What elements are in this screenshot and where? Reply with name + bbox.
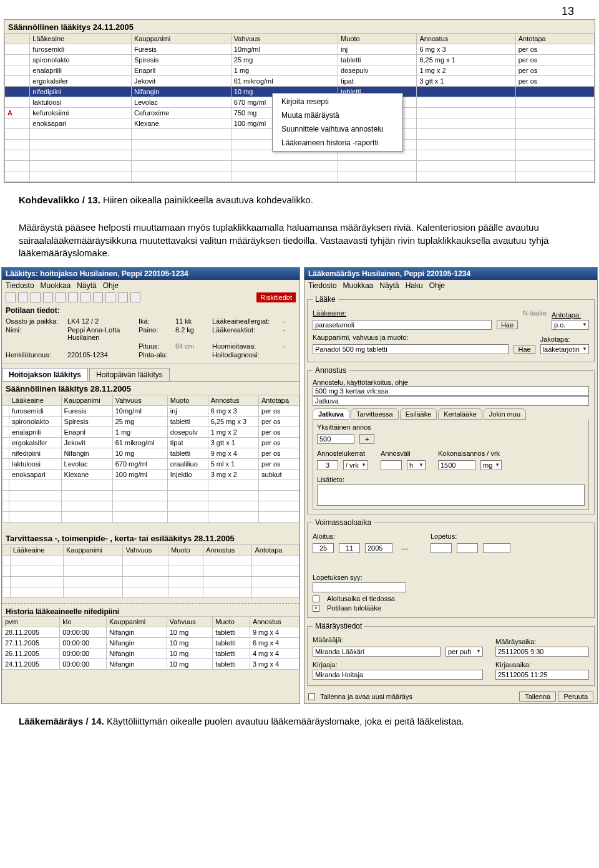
kirjaaja-input[interactable]: Miranda Hoitaja — [313, 670, 483, 680]
menu-item[interactable]: Muokkaa — [343, 281, 374, 290]
pt-name-l: Nimi: — [6, 326, 65, 341]
kaika-input[interactable]: 25112005 11:25 — [495, 670, 589, 680]
yks-input[interactable]: 500 — [317, 434, 354, 444]
tab-hoitojakson[interactable]: Hoitojakson lääkitys — [2, 368, 88, 381]
save-button[interactable]: Tallenna — [519, 692, 556, 702]
toolbar-icon[interactable] — [80, 292, 90, 302]
cb-aloitus-ei[interactable] — [313, 596, 319, 602]
lopetus-m[interactable] — [457, 543, 478, 553]
vali-l: Annosväli — [381, 450, 426, 457]
left-menubar[interactable]: TiedostoMuokkaaNäytäOhje — [2, 280, 300, 291]
context-menu[interactable]: Kirjoita reseptiMuuta määräystäSuunnitte… — [272, 93, 403, 152]
toolbar-icon[interactable] — [43, 292, 53, 302]
vali-unit[interactable]: h — [407, 460, 426, 470]
plus-button[interactable]: + — [359, 434, 374, 444]
jakotapa-select[interactable]: lääketarjotin — [540, 344, 589, 354]
kerrat-input[interactable]: 3 — [317, 460, 338, 470]
caption2-bold: Lääkemääräys / 14. — [19, 716, 104, 726]
kok-unit[interactable]: mg — [480, 460, 502, 470]
nlaake-label: N-lääke — [523, 309, 547, 317]
aloitus-m[interactable]: 11 — [339, 543, 360, 553]
left-tabs[interactable]: Hoitojakson lääkitys Hoitopäivän lääkity… — [2, 368, 300, 382]
menu-item[interactable]: Muokkaa — [41, 281, 71, 290]
lopetus-d[interactable] — [431, 543, 452, 553]
legend-laake: Lääke — [313, 295, 338, 304]
left-toolbar[interactable]: Riskitiedot — [2, 291, 300, 304]
dt-tarvittaessa[interactable]: Tarvittaessa — [351, 408, 399, 420]
toolbar-icon[interactable] — [56, 292, 66, 302]
hae-button-2[interactable]: Hae — [514, 345, 535, 354]
left-window: Lääkitys: hoitojakso Husilainen, Peppi 2… — [1, 267, 300, 704]
menu-item[interactable]: Näytä — [379, 281, 399, 290]
pt-age-v: 11 kk — [175, 317, 210, 325]
ctx-item[interactable]: Kirjoita resepti — [273, 95, 402, 109]
maaraaja-input[interactable]: Miranda Lääkäri — [313, 647, 441, 657]
fieldset-laake: Lääke Lääkeaine: parasetamoli Hae N-lääk… — [307, 295, 595, 362]
dt-kertalaake[interactable]: Kertalääke — [438, 408, 482, 420]
syy-input[interactable] — [313, 582, 406, 592]
toolbar-icon[interactable] — [118, 292, 128, 302]
legend-maarays: Määräystiedot — [313, 622, 364, 630]
kerrat-l: Annostelukerrat — [317, 450, 368, 457]
toolbar-icon[interactable] — [130, 292, 140, 302]
pt-weight-l: Paino: — [139, 326, 173, 341]
ohje-line1[interactable]: 500 mg 3 kertaa vrk:ssa — [313, 386, 589, 396]
ohje-l: Annostelu, käyttötarkoitus, ohje — [313, 379, 408, 386]
kauppanimi-input[interactable]: Panadol 500 mg tabletti — [313, 344, 509, 354]
aloitus-d[interactable]: 25 — [313, 543, 334, 553]
pt-name-v: Peppi Anna-Lotta Husilainen — [67, 326, 136, 341]
dt-jokinmuu[interactable]: Jokin muu — [484, 408, 526, 420]
caption1-rest: Hiiren oikealla painikkeella avautuva ko… — [100, 195, 313, 205]
menu-item[interactable]: Haku — [406, 281, 423, 290]
toolbar-icon[interactable] — [105, 292, 115, 302]
lopetus-l: Lopetus: — [431, 533, 510, 540]
antotapa-select[interactable]: p.o. — [552, 320, 589, 330]
dt-jatkuva[interactable]: Jatkuva — [313, 408, 349, 420]
lopetus-y[interactable] — [483, 543, 510, 553]
vali-input[interactable] — [381, 460, 402, 470]
cb-save-new[interactable] — [308, 693, 315, 700]
dose-tabs[interactable]: Jatkuva Tarvittaessa Esilääke Kertalääke… — [313, 408, 589, 420]
cancel-button[interactable]: Peruuta — [558, 692, 593, 702]
ctx-item[interactable]: Lääkeaineen historia -raportti — [273, 136, 402, 150]
ctx-item[interactable]: Muuta määräystä — [273, 109, 402, 122]
pt-alle-l: Lääkeaineallergiat: — [212, 317, 281, 325]
dt-esilaake[interactable]: Esilääke — [400, 408, 437, 420]
save-open-new[interactable]: Tallenna ja avaa uusi määräys — [308, 692, 412, 701]
tab-hoitopaivan[interactable]: Hoitopäivän lääkitys — [89, 368, 170, 381]
right-titlebar: Lääkemääräys Husilainen, Peppi 220105-12… — [304, 268, 597, 280]
fieldset-maarays: Määräystiedot Määrääjä: Miranda Lääkäri … — [307, 622, 595, 686]
aloitus-y[interactable]: 2005 — [365, 543, 392, 553]
toolbar-icon[interactable] — [68, 292, 78, 302]
menu-item[interactable]: Ohje — [103, 281, 119, 290]
history-table: pvmkloKauppanimiVahvuusMuotoAnnostus 28.… — [2, 616, 300, 670]
menu-item[interactable]: Näytä — [77, 281, 96, 290]
pt-age-l: Ikä: — [139, 317, 173, 325]
ohje-line2[interactable]: Jatkuva — [313, 396, 589, 406]
toolbar-icon[interactable] — [6, 292, 16, 302]
pt-react-l: Lääkereaktiot: — [212, 326, 281, 341]
lisa-input[interactable] — [317, 485, 585, 506]
menu-item[interactable]: Tiedosto — [308, 281, 337, 290]
toolbar-icon[interactable] — [93, 292, 103, 302]
maika-input[interactable]: 25112005 9:30 — [495, 647, 589, 657]
maika-l: Määräysaika: — [495, 638, 589, 645]
menu-item[interactable]: Ohje — [429, 281, 445, 290]
antotapa-l: Antotapa: — [552, 311, 589, 319]
medication-table-2: LääkeaineKauppanimiVahvuusMuotoAnnostusA… — [2, 395, 300, 523]
cb-tulolaake[interactable]: × — [313, 605, 319, 612]
left-titlebar: Lääkitys: hoitojakso Husilainen, Peppi 2… — [2, 268, 300, 280]
yks-l: Yksittäinen annos — [317, 423, 585, 431]
ctx-item[interactable]: Suunnittele vaihtuva annostelu — [273, 122, 402, 136]
kok-input[interactable]: 1500 — [438, 460, 475, 470]
toolbar-icon[interactable] — [18, 292, 28, 302]
risk-badge[interactable]: Riskitiedot — [256, 292, 296, 302]
via-select[interactable]: per puh — [446, 647, 483, 657]
menu-item[interactable]: Tiedosto — [6, 281, 34, 290]
hae-button-1[interactable]: Hae — [497, 321, 518, 329]
kerrat-unit[interactable]: / vrk — [343, 460, 368, 470]
right-menubar[interactable]: TiedostoMuokkaaNäytäHakuOhje — [304, 280, 597, 291]
laakeaine-input[interactable]: parasetamoli — [313, 320, 492, 330]
toolbar-icon[interactable] — [31, 292, 41, 302]
fieldset-annostus: Annostus Annostelu, käyttötarkoitus, ohj… — [307, 366, 595, 514]
